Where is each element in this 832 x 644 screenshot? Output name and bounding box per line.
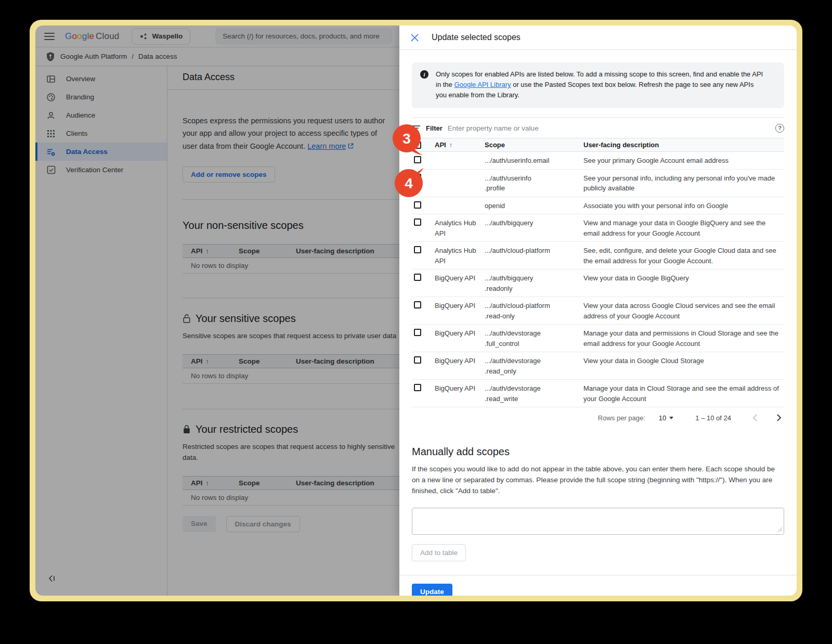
- table-row: BigQuery API .../auth/devstorage .read_o…: [412, 352, 784, 380]
- info-banner-text: Only scopes for enabled APIs are listed …: [436, 69, 764, 100]
- description-cell: View your data in Google Cloud Storage: [583, 356, 784, 366]
- scope-cell: .../auth/bigquery .readonly: [485, 273, 583, 293]
- scope-cell: .../auth/cloud-platform: [485, 246, 583, 256]
- scope-cell: openid: [485, 201, 583, 211]
- next-page-button[interactable]: [776, 414, 782, 422]
- description-cell: Manage your data in Cloud Storage and se…: [583, 383, 784, 404]
- scope-cell: .../auth/cloud-platform .read-only: [485, 301, 583, 321]
- update-button[interactable]: Update: [412, 584, 452, 596]
- rows-per-page-label: Rows per page:: [598, 414, 645, 422]
- resize-handle-icon[interactable]: [777, 527, 783, 532]
- description-cell: View your data in Google BigQuery: [583, 273, 784, 284]
- description-cell: See your primary Google Account email ad…: [583, 156, 784, 166]
- description-cell: Associate you with your personal info on…: [583, 201, 784, 211]
- filter-bar: Filter ?: [412, 118, 784, 138]
- api-cell: BigQuery API: [435, 328, 485, 339]
- col-api[interactable]: API↑: [435, 141, 485, 149]
- close-icon[interactable]: [410, 33, 419, 42]
- rows-per-page-select[interactable]: 10: [659, 414, 673, 422]
- screenshot-frame: GoogleCloud Waspello Google Aut: [30, 20, 802, 601]
- dropdown-caret-icon: [669, 417, 673, 419]
- main-app-region: GoogleCloud Waspello Google Aut: [35, 25, 399, 596]
- browser-window: GoogleCloud Waspello Google Aut: [35, 25, 797, 596]
- table-row: BigQuery API .../auth/devstorage .read_w…: [412, 380, 784, 407]
- col-description: User-facing description: [583, 141, 784, 149]
- table-row: BigQuery API .../auth/devstorage .full_c…: [412, 325, 784, 352]
- marker-label: 3: [402, 131, 411, 147]
- pagination-range: 1 – 10 of 24: [695, 414, 731, 422]
- table-row: Analytics Hub API .../auth/cloud-platfor…: [412, 242, 784, 269]
- api-cell: BigQuery API: [435, 301, 485, 311]
- manually-add-scopes-section: Manually add scopes If the scopes you wo…: [412, 446, 784, 561]
- previous-page-button[interactable]: [752, 414, 758, 422]
- info-icon: i: [420, 70, 428, 79]
- help-icon[interactable]: ?: [775, 124, 784, 133]
- update-scopes-panel: Update selected scopes i Only scopes for…: [399, 25, 797, 596]
- api-cell: BigQuery API: [435, 383, 485, 394]
- scope-cell: .../auth/devstorage .full_control: [485, 328, 583, 349]
- row-checkbox[interactable]: [414, 356, 421, 364]
- table-row: Analytics Hub API .../auth/bigquery View…: [412, 214, 784, 242]
- filter-label: Filter: [426, 124, 443, 132]
- google-api-library-link[interactable]: Google API Library: [454, 81, 511, 88]
- scope-cell: .../auth/bigquery: [485, 218, 583, 228]
- row-checkbox[interactable]: [414, 301, 421, 308]
- scopes-table: API↑ Scope User-facing description .../a…: [412, 138, 784, 407]
- api-cell: Analytics Hub API: [435, 218, 485, 238]
- table-pagination: Rows per page: 10 1 – 10 of 24: [412, 407, 784, 428]
- modal-scrim: [35, 25, 399, 596]
- table-header-row: API↑ Scope User-facing description: [412, 138, 784, 152]
- api-cell: Analytics Hub API: [435, 246, 485, 266]
- table-row: openid Associate you with your personal …: [412, 197, 784, 215]
- divider: [399, 575, 797, 575]
- table-row: BigQuery API .../auth/bigquery .readonly…: [412, 269, 784, 297]
- annotation-marker-4: 4: [394, 165, 425, 198]
- scope-cell: .../auth/devstorage .read_write: [485, 383, 583, 404]
- api-cell: BigQuery API: [435, 356, 485, 366]
- row-checkbox[interactable]: [414, 218, 421, 226]
- panel-header: Update selected scopes: [399, 25, 797, 50]
- table-row: .../auth/userinfo .profile See your pers…: [412, 170, 784, 197]
- manually-add-scopes-description: If the scopes you would like to add do n…: [412, 464, 784, 497]
- api-cell: BigQuery API: [435, 273, 485, 284]
- row-checkbox[interactable]: [414, 384, 421, 391]
- panel-title: Update selected scopes: [432, 33, 521, 42]
- info-banner: i Only scopes for enabled APIs are liste…: [412, 62, 784, 108]
- row-checkbox[interactable]: [414, 246, 421, 253]
- marker-label: 4: [405, 175, 413, 191]
- description-cell: Manage your data and permissions in Clou…: [583, 328, 784, 349]
- scope-cell: .../auth/devstorage .read_only: [485, 356, 583, 376]
- scope-cell: .../auth/userinfo .profile: [485, 173, 583, 194]
- description-cell: View and manage your data in Google BigQ…: [583, 218, 784, 238]
- table-row: BigQuery API .../auth/cloud-platform .re…: [412, 297, 784, 325]
- annotation-marker-3: 3: [393, 124, 424, 157]
- description-cell: See your personal info, including any pe…: [583, 173, 784, 194]
- row-checkbox[interactable]: [414, 274, 421, 281]
- row-checkbox[interactable]: [414, 329, 421, 336]
- scope-cell: .../auth/userinfo.email: [485, 156, 583, 166]
- manual-scopes-textarea[interactable]: [412, 508, 784, 535]
- sort-ascending-icon: ↑: [449, 141, 453, 149]
- add-to-table-button[interactable]: Add to table: [412, 544, 466, 561]
- manually-add-scopes-heading: Manually add scopes: [412, 446, 784, 458]
- table-row: .../auth/userinfo.email See your primary…: [412, 152, 784, 170]
- description-cell: View your data across Google Cloud servi…: [583, 301, 784, 321]
- col-scope: Scope: [485, 141, 583, 149]
- description-cell: See, edit, configure, and delete your Go…: [583, 246, 784, 266]
- row-checkbox[interactable]: [414, 201, 421, 209]
- row-checkbox[interactable]: [414, 156, 421, 163]
- filter-input[interactable]: [448, 124, 770, 132]
